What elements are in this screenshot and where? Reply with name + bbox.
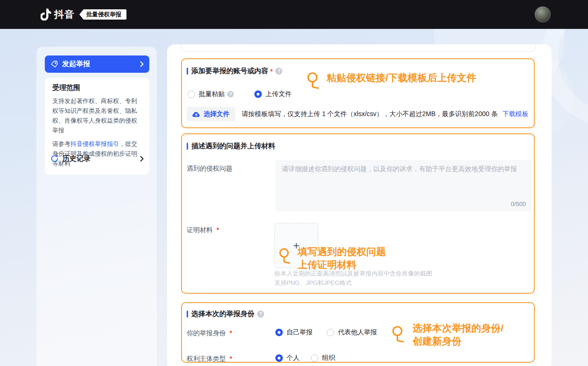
required-mark: * [270,68,273,75]
radio-label: 个人 [287,354,300,362]
radio-organization[interactable] [311,354,318,362]
click-gesture-icon [391,325,406,347]
radio-label: 上传文件 [266,90,292,98]
radio-report-on-behalf[interactable] [327,329,334,336]
evidence-label-text: 证明材料 [187,226,213,234]
upload-rule-row: 请按模板填写，仅支持上传 1 个文件（xlsx/csv），大小不超过2MB，最多… [242,107,528,121]
tag-icon [50,60,58,68]
char-counter: 0/500 [511,200,526,207]
cloud-upload-icon [192,111,200,117]
product-badge: 批量侵权举报 [79,9,126,20]
annotation-text: 粘贴侵权链接/下载模板后上传文件 [327,71,476,84]
scope-card-body: 支持发起著作权、商标权、专利权等知识产权类及名誉权、隐私权、肖像权等人身权益类的… [52,96,143,135]
annotation-text: 选择本次举报的身份/ 创建新身份 [413,322,504,348]
sidebar-item-label: 发起举报 [62,60,140,69]
radio-label: 批量粘贴 [199,90,225,98]
douyin-music-note-icon [40,8,52,21]
choose-file-button[interactable]: 选择文件 [187,107,235,121]
subject-type-radio-group: 个人 组织 [275,353,335,363]
section-accent-bar [187,68,188,75]
section-accent-bar [187,143,188,150]
page: 抖音 批量侵权举报 发起举报 受理范围 支持发起著作权、商标权、专利权等知识产权… [0,0,588,366]
identity-label-text: 你的举报身份 [187,329,226,337]
click-gesture-icon [278,247,292,268]
user-avatar[interactable] [535,7,551,22]
radio-label: 自己举报 [287,328,313,337]
identity-field-label: 你的举报身份 * [187,329,232,338]
section-choose-identity: 选择本次的举报身份 ? 你的举报身份 * 自己举报 代表他人举报 [181,302,535,363]
section-accent-bar [187,311,188,318]
previous-section-partial [181,44,536,52]
click-gesture-icon [306,71,321,93]
chevron-right-icon [140,156,144,162]
subject-type-label-text: 权利主体类型 [187,355,226,362]
annotation-identity-guide: 选择本次举报的身份/ 创建新身份 [391,322,504,348]
question-circle-icon[interactable]: ? [257,311,264,318]
scope-note-prefix: 请参考 [52,140,70,147]
report-guide-link[interactable]: 抖音侵权举报指引 [70,140,119,147]
radio-label: 组织 [322,354,335,362]
issue-field-label: 遇到的侵权问题 [187,165,232,173]
evidence-hint-line1: 你本人近期的正面高清照以及被举报内容中含你肖像的截图 [274,269,432,278]
section-title: 添加要举报的账号或内容 [191,67,268,76]
section-add-report-targets: 添加要举报的账号或内容 * ? 粘贴侵权链接/下载模板后上传文件 批量粘贴 ? [181,58,535,128]
download-template-link[interactable]: 下载模板 [502,110,528,118]
question-circle-icon[interactable]: ? [227,91,234,97]
required-mark: * [217,226,219,234]
main-form-panel: 添加要举报的账号或内容 * ? 粘贴侵权链接/下载模板后上传文件 批量粘贴 ? [167,44,552,366]
required-mark: * [230,355,232,362]
section-title: 选择本次的举报身份 [191,310,254,318]
radio-upload-file[interactable] [254,90,262,98]
radio-person[interactable] [275,354,283,362]
issue-textarea-container: 0/500 [275,160,532,211]
radio-label: 代表他人举报 [338,328,377,337]
sidebar-item-label: 历史记录 [63,154,140,163]
brand-name: 抖音 [54,8,75,21]
annotation-line2: 创建新身份 [413,335,504,348]
top-header-bar: 抖音 批量侵权举报 [0,0,588,29]
annotation-text: 填写遇到的侵权问题 上传证明材料 [298,245,386,271]
sidebar-item-history[interactable]: 历史记录 [45,149,149,168]
annotation-upload-guide: 粘贴侵权链接/下载模板后上传文件 [306,71,476,93]
choose-file-label: 选择文件 [203,110,230,118]
history-icon [50,154,59,163]
evidence-field-label: 证明材料 * [187,226,219,235]
question-circle-icon[interactable]: ? [275,68,282,75]
radio-report-self[interactable] [275,329,283,336]
annotation-line1: 选择本次举报的身份/ [413,322,504,335]
radio-batch-paste[interactable] [188,90,195,98]
required-mark: * [230,329,232,337]
scope-card-title: 受理范围 [52,83,143,92]
sidebar-item-start-report[interactable]: 发起举报 [45,55,149,73]
upload-mode-radio-group: 批量粘贴 ? 上传文件 [188,89,292,99]
section-title: 描述遇到的问题并上传材料 [191,142,275,151]
chevron-right-icon [140,61,144,67]
upload-rule-text: 请按模板填写，仅支持上传 1 个文件（xlsx/csv），大小不超过2MB，最多… [242,110,497,118]
issue-textarea[interactable] [275,160,532,199]
annotation-line1: 填写遇到的侵权问题 [298,245,386,258]
evidence-hint-line2: 支持PNG、JPG和JPEG格式 [274,279,351,287]
subject-type-field-label: 权利主体类型 * [187,355,232,363]
section-describe-problem: 描述遇到的问题并上传材料 遇到的侵权问题 0/500 证明材料 * + [181,133,535,294]
identity-radio-group: 自己举报 代表他人举报 [275,327,377,338]
annotation-evidence-guide: 填写遇到的侵权问题 上传证明材料 [278,245,386,271]
